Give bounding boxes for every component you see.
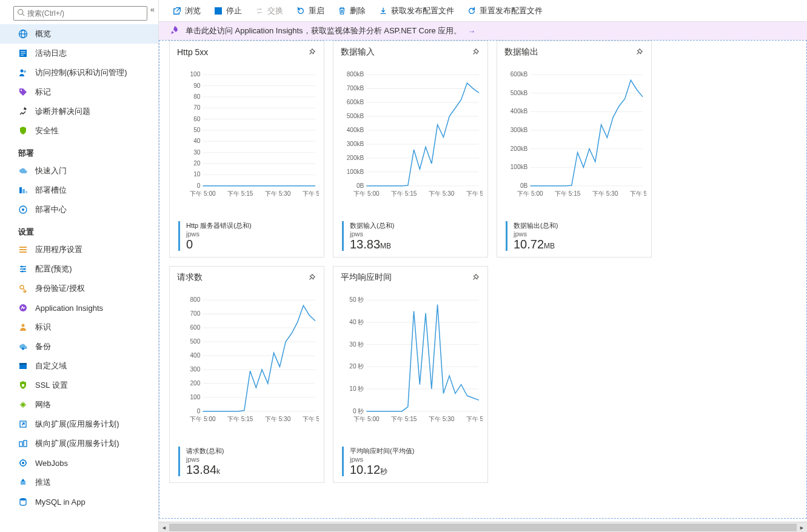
svg-text:下午 5:15: 下午 5:15 <box>391 416 417 422</box>
pin-icon[interactable] <box>469 271 481 284</box>
svg-text:下午 5:45: 下午 5:45 <box>303 190 319 197</box>
svg-text:700kB: 700kB <box>347 85 364 91</box>
swap-button: 交换 <box>250 2 289 19</box>
nav-label: 概览 <box>35 28 51 39</box>
sidebar-item-config[interactable]: 配置(预览) <box>0 259 158 279</box>
restart-button[interactable]: 重启 <box>291 2 330 19</box>
scroll-thumb[interactable] <box>169 524 807 531</box>
reset-profile-button[interactable]: 重置发布配置文件 <box>462 2 548 19</box>
insights-banner[interactable]: 单击此处访问 Application Insights，获取监视体验并分析 AS… <box>159 22 807 40</box>
svg-point-0 <box>18 10 23 15</box>
metric-value: 13.84k <box>186 463 224 476</box>
metric-tile-avgresp[interactable]: 平均响应时间 0 秒10 秒20 秒30 秒40 秒50 秒 下午 5:00下午… <box>333 266 488 483</box>
metric-summary: 平均响应时间(平均值) jpws 10.12秒 <box>333 447 487 482</box>
nav-label: 部署槽位 <box>35 185 67 196</box>
sidebar-item-auth[interactable]: 身份验证/授权 <box>0 279 158 298</box>
sidebar-item-cloud[interactable]: 快速入门 <box>0 161 158 181</box>
metric-tile-datain[interactable]: 数据输入 0B100kB200kB300kB400kB500kB600kB700… <box>333 41 488 258</box>
sidebar-item-backup[interactable]: 备份 <box>0 337 158 356</box>
svg-text:600kB: 600kB <box>511 71 528 78</box>
pin-icon[interactable] <box>306 271 318 284</box>
svg-text:800kB: 800kB <box>347 71 364 78</box>
sidebar-item-mysql[interactable]: MySQL in App <box>0 492 158 511</box>
reset-icon <box>467 7 476 15</box>
svg-text:下午 5:00: 下午 5:00 <box>353 190 380 197</box>
push-icon <box>18 477 28 487</box>
sidebar-item-network[interactable]: 网络 <box>0 395 158 414</box>
sidebar-item-globe[interactable]: 概览 <box>0 24 158 44</box>
metric-sub: jpws <box>186 230 252 238</box>
svg-rect-32 <box>22 384 24 387</box>
nav-label: 身份验证/授权 <box>35 283 85 294</box>
sidebar-item-ai[interactable]: Application Insights <box>0 298 158 318</box>
svg-text:300kB: 300kB <box>511 127 528 133</box>
line-chart: 0B100kB200kB300kB400kB500kB600kB700kB800… <box>338 64 483 204</box>
svg-rect-13 <box>19 187 22 193</box>
svg-text:40 秒: 40 秒 <box>349 319 364 325</box>
svg-rect-38 <box>21 481 25 485</box>
delete-button[interactable]: 删除 <box>332 2 371 19</box>
svg-text:下午 5:45: 下午 5:45 <box>466 416 483 422</box>
svg-text:300: 300 <box>190 366 201 373</box>
sidebar-item-center[interactable]: 部署中心 <box>0 200 158 219</box>
browse-button[interactable]: 浏览 <box>167 2 206 19</box>
metric-tile-http5xx[interactable]: Http 5xx 0102030405060708090100 下午 5:00下… <box>169 41 324 258</box>
svg-text:0B: 0B <box>520 182 528 189</box>
svg-rect-31 <box>19 363 27 365</box>
pin-icon[interactable] <box>469 46 481 58</box>
metric-summary: Http 服务器错误(总和) jpws 0 <box>170 221 324 257</box>
metric-summary: 数据输出(总和) jpws 10.72MB <box>497 221 651 257</box>
sidebar-item-push[interactable]: 推送 <box>0 473 158 492</box>
svg-rect-35 <box>24 441 27 447</box>
svg-text:100: 100 <box>190 394 201 401</box>
svg-text:下午 5:30: 下午 5:30 <box>429 190 455 197</box>
sidebar-item-tag[interactable]: 标记 <box>0 82 158 102</box>
ai-icon <box>18 303 28 313</box>
nav-label: 安全性 <box>35 125 59 136</box>
nav-list: 概览活动日志访问控制(标识和访问管理)标记诊断并解决问题安全性部署快速入门部署槽… <box>0 24 158 532</box>
webjobs-icon <box>18 458 28 468</box>
sidebar-item-iam[interactable]: 访问控制(标识和访问管理) <box>0 63 158 82</box>
sidebar-item-slots[interactable]: 部署槽位 <box>0 181 158 200</box>
svg-point-10 <box>24 70 26 73</box>
sidebar-item-ssl[interactable]: SSL 设置 <box>0 376 158 395</box>
sidebar-item-domain[interactable]: 自定义域 <box>0 356 158 376</box>
svg-text:60: 60 <box>193 116 201 122</box>
sidebar-item-diag[interactable]: 诊断并解决问题 <box>0 102 158 121</box>
nav-label: 网络 <box>35 399 51 410</box>
sidebar-item-log[interactable]: 活动日志 <box>0 44 158 63</box>
sidebar-item-appset[interactable]: 应用程序设置 <box>0 240 158 259</box>
svg-text:0: 0 <box>197 182 201 189</box>
svg-text:下午 5:45: 下午 5:45 <box>303 416 319 422</box>
scroll-left-icon[interactable]: ◄ <box>159 522 169 532</box>
swap-icon <box>255 7 264 15</box>
metric-sub: jpws <box>514 230 558 238</box>
metric-tile-requests[interactable]: 请求数 0100200300400500600700800 下午 5:00下午 … <box>169 266 324 483</box>
sidebar-item-scaleout[interactable]: 横向扩展(应用服务计划) <box>0 434 158 453</box>
scroll-right-icon[interactable]: ► <box>797 522 807 532</box>
content-area: Http 5xx 0102030405060708090100 下午 5:00下… <box>159 40 807 522</box>
search-input[interactable] <box>13 6 147 21</box>
scaleup-icon <box>18 419 28 429</box>
svg-point-24 <box>24 268 25 270</box>
tile-title: 请求数 <box>177 272 203 283</box>
pin-icon[interactable] <box>633 46 645 58</box>
svg-point-37 <box>22 462 24 464</box>
nav-group-header: 部署 <box>0 141 158 161</box>
svg-text:下午 5:30: 下午 5:30 <box>429 416 455 422</box>
stop-button[interactable]: 停止 <box>209 2 247 19</box>
sidebar-item-identity[interactable]: 标识 <box>0 318 158 337</box>
metric-tile-dataout[interactable]: 数据输出 0B100kB200kB300kB400kB500kB600kB 下午… <box>497 41 652 258</box>
sidebar-item-shield[interactable]: 安全性 <box>0 121 158 141</box>
get-profile-button[interactable]: 获取发布配置文件 <box>373 2 460 19</box>
collapse-sidebar-icon[interactable]: « <box>150 5 155 14</box>
sidebar-item-webjobs[interactable]: WebJobs <box>0 453 158 473</box>
svg-point-11 <box>21 90 22 91</box>
nav-label: 活动日志 <box>35 48 67 59</box>
sidebar-item-scaleup[interactable]: 纵向扩展(应用服务计划) <box>0 414 158 434</box>
pin-icon[interactable] <box>306 46 318 58</box>
download-icon <box>379 7 387 15</box>
horizontal-scrollbar[interactable]: ◄ ► <box>159 522 807 532</box>
svg-rect-14 <box>22 189 25 193</box>
svg-text:下午 5:15: 下午 5:15 <box>227 416 253 422</box>
